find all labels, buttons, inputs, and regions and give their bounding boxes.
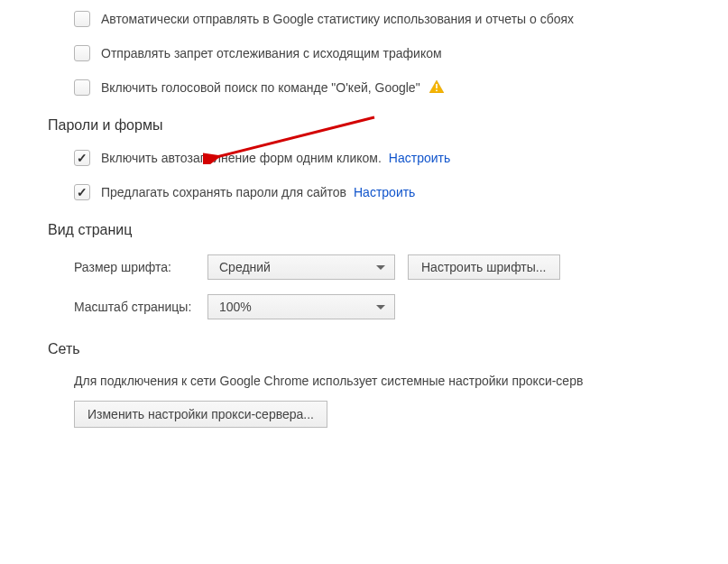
autofill-checkbox[interactable] bbox=[74, 150, 90, 166]
stats-checkbox[interactable] bbox=[74, 11, 90, 27]
voice-search-label: Включить голосовой поиск по команде "О'к… bbox=[101, 80, 420, 95]
passwords-section-title: Пароли и формы bbox=[48, 117, 728, 134]
chevron-down-icon bbox=[376, 265, 385, 270]
appearance-section-title: Вид страниц bbox=[48, 222, 728, 238]
svg-rect-1 bbox=[436, 84, 438, 88]
customize-fonts-button[interactable]: Настроить шрифты... bbox=[408, 254, 560, 280]
autofill-configure-link[interactable]: Настроить bbox=[389, 151, 450, 165]
network-section-title: Сеть bbox=[48, 341, 728, 357]
font-size-label: Размер шрифта: bbox=[74, 260, 207, 274]
zoom-select[interactable]: 100% bbox=[207, 294, 395, 319]
network-description: Для подключения к сети Google Chrome исп… bbox=[74, 374, 728, 388]
change-proxy-button[interactable]: Изменить настройки прокси-сервера... bbox=[74, 401, 327, 428]
save-passwords-label: Предлагать сохранять пароли для сайтов bbox=[101, 185, 346, 199]
stats-label: Автоматически отправлять в Google статис… bbox=[101, 12, 574, 26]
voice-search-checkbox[interactable] bbox=[74, 79, 90, 96]
font-size-value: Средний bbox=[219, 260, 271, 274]
dnt-label: Отправлять запрет отслеживания с исходящ… bbox=[101, 46, 442, 60]
zoom-value: 100% bbox=[219, 300, 252, 314]
save-passwords-checkbox[interactable] bbox=[74, 184, 90, 200]
save-passwords-configure-link[interactable]: Настроить bbox=[354, 185, 415, 199]
svg-rect-2 bbox=[436, 89, 438, 91]
chevron-down-icon bbox=[376, 305, 385, 310]
dnt-checkbox[interactable] bbox=[74, 45, 90, 61]
autofill-label: Включить автозаполнение форм одним клико… bbox=[101, 151, 382, 165]
warning-icon bbox=[429, 80, 444, 96]
zoom-label: Масштаб страницы: bbox=[74, 300, 207, 314]
font-size-select[interactable]: Средний bbox=[207, 254, 395, 280]
